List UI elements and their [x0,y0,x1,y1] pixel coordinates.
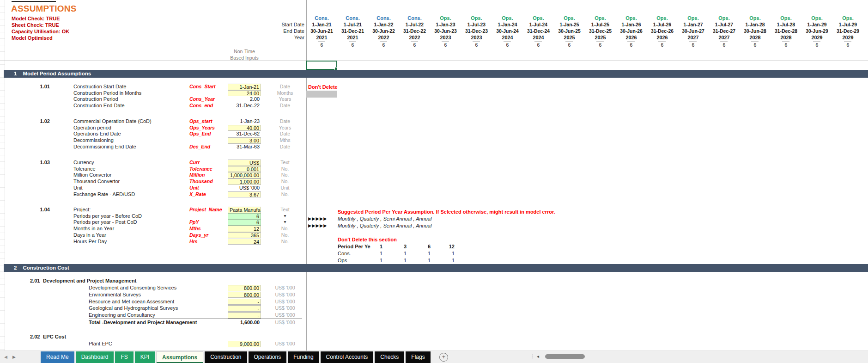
period-year: 2021 [337,35,368,41]
unit-label: No. [267,172,303,178]
period-start-date: 1-Jul-26 [647,22,678,28]
named-range-label: X_Rate [189,191,226,197]
ppy-row-value: 1 [381,251,407,257]
item-ref: 1.04 [27,207,50,213]
period-months-count: 6 [461,42,492,48]
period-end-date: 30-Jun-25 [554,28,585,34]
selected-cell[interactable] [306,61,337,70]
input-cell[interactable]: 1,000,000.00 [228,172,261,178]
tab-scroll-right-icon[interactable]: ▶ [12,355,16,359]
period-months-count: 6 [801,42,832,48]
named-range-label: Unit [189,185,226,191]
ppy-header-value: 12 [429,244,455,250]
sheet-tab-assumptions[interactable]: Assumptions [156,351,203,363]
input-cell[interactable]: 1,000.00 [228,178,261,185]
sheet-tab-funding[interactable]: Funding [288,351,319,363]
period-start-date: 1-Jan-26 [616,22,647,28]
row-label: Construction Period [73,96,187,102]
input-cell[interactable]: 24.00 [228,90,261,97]
period-start-date: 1-Jan-23 [430,22,461,28]
input-cell[interactable]: - [228,305,261,312]
period-months-count: 6 [832,42,863,48]
period-start-date: 1-Jan-21 [306,22,337,28]
period-year: 2022 [368,35,399,41]
dropdown-arrow-icon[interactable]: ▼ [267,214,303,218]
sheet-tab-dashboard[interactable]: Dashboard [76,351,114,363]
add-sheet-button[interactable]: + [439,353,448,362]
input-cell[interactable]: 800.00 [228,292,261,298]
row-label: Currency [73,160,187,166]
input-cell[interactable]: 24 [228,239,261,245]
sheet-tab-operations[interactable]: Operations [249,351,287,363]
period-type-label: Ops. [492,15,523,21]
sheet-tab-flags[interactable]: Flags [406,351,430,363]
hscroll-left-icon[interactable]: ◂ [537,354,539,359]
input-cell[interactable]: - [228,312,261,319]
period-end-date: 30-Jun-24 [492,28,523,34]
dont-delete-note: Don't Delete [308,84,338,90]
period-end-date: 31-Dec-24 [523,28,554,34]
sheet-tab-kpi[interactable]: KPI [135,351,155,363]
subsection-heading: EPC Cost [43,334,66,340]
sheet-tab-construction[interactable]: Construction [205,351,247,363]
item-ref: 1.02 [27,118,50,124]
subsection-ref: 2.02 [30,334,40,340]
input-cell[interactable]: 3.00 [228,137,261,144]
input-cell[interactable]: 6 [228,213,261,220]
period-start-date: 1-Jul-24 [523,22,554,28]
row-label: Tolerance [73,166,187,172]
unit-label: Unit [267,185,303,191]
row-label: Project: [73,207,187,213]
named-range-label: Tolerance [189,166,226,172]
sheet-tabs: Read MeDashboardFSKPIAssumptionsConstruc… [41,351,431,363]
input-cell[interactable]: US$ [228,160,261,166]
named-range-label: PpY [189,219,226,225]
input-cell[interactable]: 3.67 [228,191,261,198]
input-cell[interactable]: 365 [228,232,261,239]
period-months-count: 6 [647,42,678,48]
period-type-label: Ops. [832,15,863,21]
sheet-tab-fs[interactable]: FS [115,351,133,363]
input-cell: US$ '000 [228,185,261,191]
unit-label: Years [267,125,303,130]
dont-delete-section-note: Don't Delete this section [338,237,397,242]
period-type-label: Ops. [554,15,585,21]
tab-menu-dots-icon[interactable]: ⋮ [529,352,535,359]
sheet-tab-control-accounts[interactable]: Control Accounts [321,351,374,363]
input-cell[interactable]: 6 [228,219,261,226]
sheet-tab-checks[interactable]: Checks [375,351,404,363]
named-range-label: Ops_Years [189,125,226,130]
unit-label: US$ '000 [267,292,303,297]
input-cell[interactable]: 9,000.00 [228,341,261,347]
period-months-count: 6 [399,42,430,48]
input-cell[interactable]: 40.00 [228,125,261,131]
input-cell[interactable]: - [228,299,261,305]
section-2-title: Construction Cost [23,265,69,271]
tab-scroll-left-icon[interactable]: ◀ [4,355,7,359]
period-end-date: 31-Dec-21 [337,28,368,34]
ppy-row-label: Ops [338,258,347,264]
input-cell[interactable]: 1-Jan-21 [228,84,261,90]
input-cell[interactable]: 12 [228,226,261,232]
row-label: Construction Start Date [73,84,187,90]
period-end-date: 31-Dec-23 [461,28,492,34]
row-label: Geological and Hydrographical Surveys [89,305,227,311]
gray-blocked-cell [306,91,337,98]
input-cell[interactable]: Pasta Manufactu [228,207,261,213]
row-label: Construction Period in Months [73,90,187,96]
period-months-count: 6 [616,42,647,48]
hscroll-thumb[interactable] [545,354,585,359]
input-cell[interactable]: 800.00 [228,285,261,291]
period-start-date: 1-Jan-27 [678,22,709,28]
period-type-label: Ops. [430,15,461,21]
period-type-label: Ops. [647,15,678,21]
period-start-date: 1-Jan-29 [801,22,832,28]
row-label: Exchange Rate - AED/USD [73,191,187,197]
sheet-tab-read-me[interactable]: Read Me [41,351,74,363]
row-label: Engineering and Consultancy [89,312,227,318]
period-start-date: 1-Jan-28 [740,22,771,28]
input-cell[interactable]: 0.001 [228,166,261,172]
dropdown-arrow-icon[interactable]: ▼ [267,220,303,224]
period-type-label: Ops. [740,15,771,21]
period-year: 2024 [492,35,523,41]
